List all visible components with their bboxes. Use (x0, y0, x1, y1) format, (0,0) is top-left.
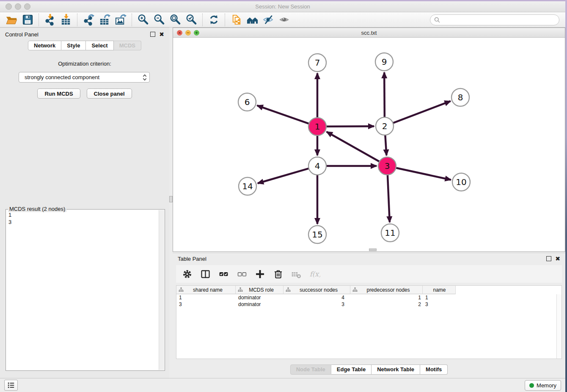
node-table[interactable]: shared name MCDS role successor nodes pr… (176, 285, 562, 359)
result-item[interactable]: 3 (8, 218, 157, 226)
table-row[interactable]: 3dominator323 (176, 301, 561, 308)
table-panel: Table Panel ✖ f(x) shared name MCDS role… (173, 253, 565, 378)
column-header-shared-name[interactable]: shared name (176, 286, 236, 294)
network-graph[interactable]: 7968124314101511 (173, 38, 565, 251)
status-bar: Memory (0, 378, 565, 392)
apply-layout-button[interactable] (206, 13, 222, 27)
canvas-splitter-handle[interactable] (369, 248, 377, 251)
edge-3-10[interactable] (396, 168, 451, 179)
zoom-selected-button[interactable] (183, 13, 199, 27)
close-panel-icon[interactable]: ✖ (159, 32, 164, 36)
column-header-successor-nodes[interactable]: successor nodes (284, 286, 350, 294)
show-panels-button[interactable] (4, 380, 18, 391)
graph-node-4[interactable]: 4 (308, 157, 326, 175)
save-session-button[interactable] (19, 13, 36, 27)
column-header-MCDS-role[interactable]: MCDS role (236, 286, 284, 294)
graph-node-14[interactable]: 14 (239, 177, 256, 195)
edge-2-9[interactable] (384, 72, 385, 117)
delete-column-button[interactable] (272, 268, 284, 280)
deselect-all-icon (236, 268, 248, 280)
edge-2-8[interactable] (393, 101, 451, 123)
control-panel-title: Control Panel (5, 31, 39, 38)
mcds-result-list[interactable]: 13 (6, 210, 159, 370)
home-icon (246, 14, 259, 26)
control-panel-tabs: NetworkStyleSelectMCDS (0, 41, 169, 50)
mcds-result-box: MCDS result (2 nodes) 13 (6, 209, 165, 371)
vertical-splitter[interactable] (169, 28, 173, 378)
table-scrollbar[interactable] (556, 294, 561, 359)
criterion-dropdown[interactable]: strongly connected component (19, 72, 150, 83)
edge-3-11[interactable] (388, 175, 390, 222)
graph-node-2[interactable]: 2 (376, 117, 394, 135)
graph-node-9[interactable]: 9 (375, 53, 393, 71)
search-box[interactable] (430, 14, 559, 25)
cell-predecessor-nodes[interactable]: 2 (350, 301, 423, 307)
browser-button[interactable] (228, 13, 244, 27)
graph-node-6[interactable]: 6 (238, 93, 256, 111)
columns-button[interactable] (199, 268, 211, 280)
graph-node-15[interactable]: 15 (308, 226, 326, 243)
search-input[interactable] (443, 16, 556, 23)
edge-3-1[interactable] (327, 132, 380, 161)
select-all-button[interactable] (217, 268, 229, 280)
edge-1-6[interactable] (257, 105, 309, 124)
graph-node-1[interactable]: 1 (308, 118, 326, 135)
zoom-in-button[interactable] (135, 13, 151, 27)
cell-predecessor-nodes[interactable]: 1 (350, 295, 423, 301)
hide-eye-button[interactable] (260, 13, 276, 27)
tab-network[interactable]: Network (28, 41, 61, 50)
result-item[interactable]: 1 (8, 211, 157, 218)
run-mcds-button[interactable]: Run MCDS (37, 88, 80, 99)
deselect-all-button[interactable] (236, 268, 248, 280)
tab-select[interactable]: Select (86, 41, 113, 50)
close-panel-button[interactable]: Close panel (87, 88, 132, 99)
memory-label: Memory (537, 382, 556, 389)
memory-button[interactable]: Memory (525, 380, 561, 391)
graph-node-7[interactable]: 7 (308, 54, 326, 72)
zoom-fit-button[interactable] (167, 13, 183, 27)
cell-successor-nodes[interactable]: 3 (284, 301, 350, 307)
table-row[interactable]: 1dominator411 (176, 294, 561, 301)
gear-button[interactable] (181, 268, 193, 280)
column-header-predecessor-nodes[interactable]: predecessor nodes (350, 286, 423, 294)
tab-mcds[interactable]: MCDS (114, 41, 141, 50)
add-column-button[interactable] (254, 268, 266, 280)
splitter-handle[interactable] (169, 196, 173, 202)
svg-text:7: 7 (315, 58, 320, 68)
edge-4-14[interactable] (258, 168, 309, 183)
table-float-icon[interactable] (546, 256, 551, 261)
import-table-button[interactable] (58, 13, 74, 27)
export-image-button[interactable] (113, 13, 129, 27)
float-panel-icon[interactable] (150, 32, 155, 37)
export-table-button[interactable] (96, 13, 113, 27)
edge-1-2[interactable] (326, 126, 374, 127)
cell-MCDS-role[interactable]: dominator (236, 295, 284, 301)
export-network-button[interactable] (80, 13, 96, 27)
home-button[interactable] (244, 13, 260, 27)
table-tab-network-table[interactable]: Network Table (372, 364, 420, 375)
open-session-button[interactable] (3, 13, 19, 27)
table-tab-node-table[interactable]: Node Table (290, 364, 331, 375)
table-close-icon[interactable]: ✖ (555, 257, 560, 261)
result-scrollbar[interactable] (159, 210, 164, 370)
tab-style[interactable]: Style (61, 41, 86, 50)
show-eye-button[interactable] (276, 13, 292, 27)
cell-shared-name[interactable]: 3 (176, 301, 236, 307)
import-network-button[interactable] (42, 13, 58, 27)
cell-shared-name[interactable]: 1 (176, 295, 236, 301)
network-canvas[interactable]: 7968124314101511 (173, 38, 565, 251)
graph-node-8[interactable]: 8 (451, 88, 469, 106)
cell-MCDS-role[interactable]: dominator (236, 301, 284, 307)
table-tab-motifs[interactable]: Motifs (420, 364, 448, 375)
cell-name[interactable]: 3 (423, 301, 456, 307)
graph-node-10[interactable]: 10 (452, 173, 470, 191)
graph-node-11[interactable]: 11 (381, 224, 399, 242)
edge-2-3[interactable] (385, 135, 386, 155)
column-header-name[interactable]: name (423, 286, 456, 294)
svg-text:3: 3 (385, 161, 390, 171)
table-tab-edge-table[interactable]: Edge Table (331, 364, 372, 375)
zoom-out-button[interactable] (151, 13, 167, 27)
graph-node-3[interactable]: 3 (378, 157, 396, 175)
cell-successor-nodes[interactable]: 4 (284, 295, 350, 301)
cell-name[interactable]: 1 (423, 295, 456, 301)
